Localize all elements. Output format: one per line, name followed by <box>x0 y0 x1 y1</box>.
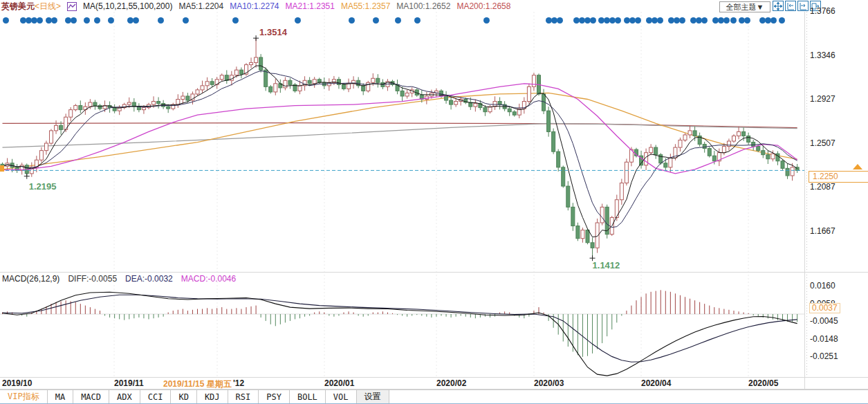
low-price-annotation: 1.1412 <box>593 260 620 270</box>
price-axis-label: 1.2927 <box>810 94 835 104</box>
event-dot[interactable] <box>232 17 239 24</box>
axis-divider-vertical <box>804 12 805 389</box>
x-axis-label: 2020/01 <box>324 378 354 388</box>
event-dot[interactable] <box>615 17 621 24</box>
trading-chart-app: 英镑美元<日线> MA(5,10,21,55,100,200) MA5:1.22… <box>0 0 868 404</box>
tab-kd[interactable]: KD <box>171 390 196 403</box>
event-dot[interactable] <box>108 17 114 24</box>
theme-dropdown-label: 全部主题▼ <box>726 2 764 12</box>
event-dot[interactable] <box>483 17 490 24</box>
symbol-name: 英镑美元 <box>1 1 35 11</box>
tab-ma[interactable]: MA <box>48 390 73 403</box>
crosshair-date-label: 2019/11/15 星期五 <box>163 378 232 390</box>
event-dot[interactable] <box>37 17 43 24</box>
macd-macd-value: MACD:-0.0046 <box>181 274 236 284</box>
macd-params-label[interactable]: MACD(26,12,9) <box>2 274 59 284</box>
indicator-toolbar: VIP指标 MA MACD ADX CCI KD KDJ RSI PSY BOL… <box>0 389 868 404</box>
x-axis-label: 2020/02 <box>436 378 466 388</box>
event-dot[interactable] <box>158 17 164 24</box>
tab-rsi[interactable]: RSI <box>228 390 259 403</box>
low-price-annotation: 1.2195 <box>29 181 57 192</box>
event-dot[interactable] <box>701 17 708 24</box>
x-axis-label: 2020/04 <box>641 378 671 388</box>
tab-macd[interactable]: MACD <box>73 390 109 403</box>
high-price-annotation: 1.3514 <box>259 27 287 37</box>
price-axis-label: 1.2507 <box>810 138 835 148</box>
ma21-value: MA21:1.2351 <box>286 1 335 11</box>
macd-axis-label: -0.0045 <box>810 316 838 326</box>
event-dot[interactable] <box>373 17 379 24</box>
tab-vol[interactable]: VOL <box>326 390 357 403</box>
x-axis-label: 2019/11 <box>114 378 144 388</box>
event-dot[interactable] <box>657 17 663 24</box>
event-dot[interactable] <box>723 17 730 24</box>
ma10-value: MA10:1.2274 <box>230 1 279 11</box>
ma5-value: MA5:1.2204 <box>178 1 223 11</box>
macd-axis-label: 0.0160 <box>810 281 835 291</box>
price-axis-label: 1.2087 <box>810 182 835 192</box>
event-dot[interactable] <box>84 17 90 24</box>
event-dot[interactable] <box>744 17 750 24</box>
event-dot[interactable] <box>730 17 737 24</box>
ma100-value: MA100:1.2652 <box>396 1 450 11</box>
scroll-left-icon[interactable] <box>785 1 796 11</box>
event-dot[interactable] <box>71 17 77 24</box>
ma-indicator-icon[interactable] <box>67 2 77 11</box>
event-dot[interactable] <box>183 17 189 24</box>
tab-cci[interactable]: CCI <box>140 390 172 403</box>
event-dot[interactable] <box>395 17 401 24</box>
event-dot[interactable] <box>635 17 641 24</box>
pan-icon[interactable] <box>773 1 784 11</box>
price-alert-marker <box>0 165 4 172</box>
x-axis-label: 2020/05 <box>748 378 778 388</box>
macd-header: MACD(26,12,9) DIFF:-0.0055 DEA:-0.0032 M… <box>2 274 236 284</box>
tab-kdj[interactable]: KDJ <box>197 390 228 403</box>
price-axis-label: 1.3766 <box>810 6 835 16</box>
macd-diff-value: DIFF:-0.0055 <box>68 274 117 284</box>
x-axis-label: 2020/03 <box>534 378 564 388</box>
current-price-label: 1.2250 <box>809 171 868 183</box>
tab-adx[interactable]: ADX <box>109 390 140 403</box>
symbol-group: 英镑美元<日线> <box>1 1 61 12</box>
event-dot[interactable] <box>414 17 421 24</box>
ma55-value: MA55:1.2357 <box>341 1 390 11</box>
event-dot[interactable] <box>590 17 596 24</box>
event-dot[interactable] <box>779 17 785 24</box>
event-dot[interactable] <box>770 17 777 24</box>
scroll-right-icon[interactable] <box>797 1 809 11</box>
x-axis-label: 2019/10 <box>2 378 32 388</box>
tab-psy[interactable]: PSY <box>259 390 290 403</box>
price-up-arrow-icon <box>853 164 862 169</box>
event-dot[interactable] <box>94 17 100 24</box>
current-macd-label: 0.0037 <box>809 303 840 313</box>
event-dot[interactable] <box>133 17 139 24</box>
event-dot[interactable] <box>349 17 355 24</box>
event-dot[interactable] <box>295 17 301 24</box>
macd-axis-label: -0.0148 <box>810 334 838 344</box>
theme-dropdown[interactable]: 全部主题▼ <box>719 1 770 12</box>
xaxis-divider-top <box>0 377 868 378</box>
price-axis-label: 1.3346 <box>810 50 835 60</box>
tab-vip-indicators[interactable]: VIP指标 <box>0 390 48 403</box>
price-chart-canvas[interactable] <box>0 0 868 404</box>
ma-settings-label[interactable]: MA(5,10,21,55,100,200) <box>83 1 172 11</box>
panel-divider <box>0 272 868 273</box>
chart-header: 英镑美元<日线> MA(5,10,21,55,100,200) MA5:1.22… <box>1 1 510 12</box>
event-dot[interactable] <box>679 17 685 24</box>
x-axis-label: '12 <box>233 378 244 388</box>
event-dot[interactable] <box>557 17 563 24</box>
tab-settings[interactable]: 设置 <box>357 390 389 403</box>
ma200-value: MA200:1.2658 <box>456 1 510 11</box>
price-axis-label: 1.1667 <box>810 226 835 236</box>
period-label[interactable]: <日线> <box>35 1 61 11</box>
macd-axis-label: -0.0251 <box>810 351 838 361</box>
macd-dea-value: DEA:-0.0032 <box>125 274 173 284</box>
tab-boll[interactable]: BOLL <box>290 390 326 403</box>
event-dot[interactable] <box>51 17 57 24</box>
event-dot[interactable] <box>3 17 9 24</box>
